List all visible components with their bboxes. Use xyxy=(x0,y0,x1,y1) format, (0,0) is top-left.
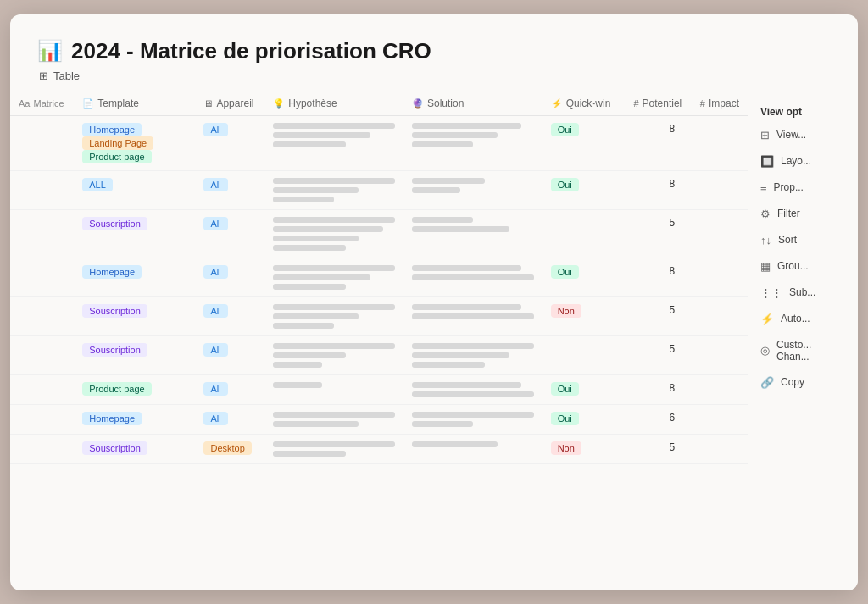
text-line xyxy=(412,178,485,184)
data-table: AaMatrice 📄Template 🖥Appareil 💡Hypothèse xyxy=(10,91,748,464)
appareil-badge: All xyxy=(203,304,227,318)
cell-template: Souscription xyxy=(74,209,195,258)
cell-template: Homepage xyxy=(74,404,195,434)
text-line xyxy=(412,421,473,427)
custom-icon: ◎ xyxy=(760,344,770,357)
quickwin-badge: Oui xyxy=(551,265,579,279)
text-line xyxy=(273,382,321,388)
cell-potentiel: 8 xyxy=(620,170,690,209)
template-badge: Souscription xyxy=(82,217,147,230)
text-line xyxy=(412,441,498,447)
col-header-potentiel: #Potentiel xyxy=(620,91,690,115)
side-panel-custom[interactable]: ◎ Custo... Chan... xyxy=(748,333,858,368)
cell-solution xyxy=(403,296,542,335)
side-panel-filter[interactable]: ⚙ Filter xyxy=(748,202,858,226)
side-panel-group[interactable]: ▦ Grou... xyxy=(748,254,858,279)
appareil-badge: All xyxy=(203,265,227,279)
cell-solution xyxy=(403,170,542,209)
side-panel-properties[interactable]: ≡ Prop... xyxy=(748,175,858,200)
col-header-hypothese: 💡Hypothèse xyxy=(264,91,403,115)
sub-icon: ⋮⋮ xyxy=(760,286,782,299)
template-badge: Product page xyxy=(82,150,151,163)
cell-template: Product page xyxy=(74,374,195,404)
cell-appareil: All xyxy=(195,209,264,258)
text-line xyxy=(273,265,395,271)
side-panel-auto[interactable]: ⚡ Auto... xyxy=(748,307,858,331)
text-line xyxy=(273,412,395,418)
text-line xyxy=(273,421,359,427)
table-row: ALLAllOui8 xyxy=(10,170,748,209)
side-panel-copy-label: Copy xyxy=(781,376,804,388)
cell-impact xyxy=(690,374,748,404)
text-line xyxy=(412,412,534,418)
table-header-row: AaMatrice 📄Template 🖥Appareil 💡Hypothèse xyxy=(10,91,748,115)
template-badge: Homepage xyxy=(82,265,142,279)
col-header-impact: #Impact xyxy=(690,91,748,115)
template-badge: Homepage xyxy=(82,123,142,136)
cell-matrice xyxy=(10,258,74,296)
cell-template: Souscription xyxy=(74,296,195,335)
cell-impact xyxy=(690,209,748,258)
text-line xyxy=(412,313,534,319)
text-line xyxy=(273,132,370,138)
side-panel-copy[interactable]: 🔗 Copy xyxy=(748,370,858,395)
cell-hypothese xyxy=(264,374,403,404)
text-line xyxy=(412,141,473,147)
cell-potentiel: 5 xyxy=(620,209,690,258)
template-badge: Souscription xyxy=(82,441,147,455)
text-line xyxy=(412,217,473,223)
cell-impact xyxy=(690,404,748,434)
appareil-badge: All xyxy=(203,123,227,136)
copy-icon: 🔗 xyxy=(760,376,774,389)
cell-template: ALL xyxy=(74,170,195,209)
page-title: 2024 - Matrice de priorisation CRO xyxy=(71,38,431,64)
table-row: HomepageAllOui8 xyxy=(10,258,748,296)
text-line xyxy=(273,226,382,232)
cell-potentiel: 5 xyxy=(620,335,690,374)
text-line xyxy=(273,304,395,310)
text-line xyxy=(412,132,498,138)
filter-icon: ⚙ xyxy=(760,208,771,220)
cell-quickwin: Oui xyxy=(542,258,621,296)
auto-icon: ⚡ xyxy=(760,313,774,325)
cell-template: HomepageLanding PageProduct page xyxy=(74,115,195,170)
text-line xyxy=(412,226,509,232)
table-view-icon: ⊞ xyxy=(39,69,48,82)
view-label-row: ⊞ Table xyxy=(37,69,831,82)
quickwin-badge: Oui xyxy=(551,382,579,396)
table-row: Product pageAllOui8 xyxy=(10,374,748,404)
cell-quickwin: Oui xyxy=(542,170,621,209)
col-header-matrice: AaMatrice xyxy=(10,91,74,115)
text-line xyxy=(412,187,460,193)
text-line xyxy=(273,352,346,358)
side-panel-view[interactable]: ⊞ View... xyxy=(748,123,858,147)
cell-hypothese xyxy=(264,434,403,463)
cell-potentiel: 8 xyxy=(620,374,690,404)
cell-impact xyxy=(690,115,748,170)
cell-template: Homepage xyxy=(74,258,195,296)
side-panel-sub[interactable]: ⋮⋮ Sub... xyxy=(748,280,858,305)
side-panel-sort[interactable]: ↑↓ Sort xyxy=(748,228,858,252)
side-panel-sort-label: Sort xyxy=(778,234,797,246)
page-title-row: 📊 2024 - Matrice de priorisation CRO xyxy=(37,38,831,64)
cell-impact xyxy=(690,258,748,296)
template-badge: Souscription xyxy=(82,304,147,318)
cell-matrice xyxy=(10,335,74,374)
quickwin-badge: Oui xyxy=(551,412,579,425)
cell-solution xyxy=(403,258,542,296)
sort-icon: ↑↓ xyxy=(760,234,771,247)
side-panel-layout[interactable]: 🔲 Layo... xyxy=(748,149,858,174)
cell-hypothese xyxy=(264,209,403,258)
cell-quickwin xyxy=(542,209,621,258)
cell-quickwin xyxy=(542,335,621,374)
cell-quickwin: Oui xyxy=(542,404,621,434)
template-badge: Souscription xyxy=(82,343,147,357)
text-line xyxy=(273,197,334,202)
text-line xyxy=(412,343,534,349)
text-line xyxy=(412,352,509,358)
text-line xyxy=(273,451,346,457)
cell-appareil: All xyxy=(195,115,264,170)
cell-impact xyxy=(690,335,748,374)
cell-solution xyxy=(403,115,542,170)
table-row: SouscriptionAll5 xyxy=(10,209,748,258)
